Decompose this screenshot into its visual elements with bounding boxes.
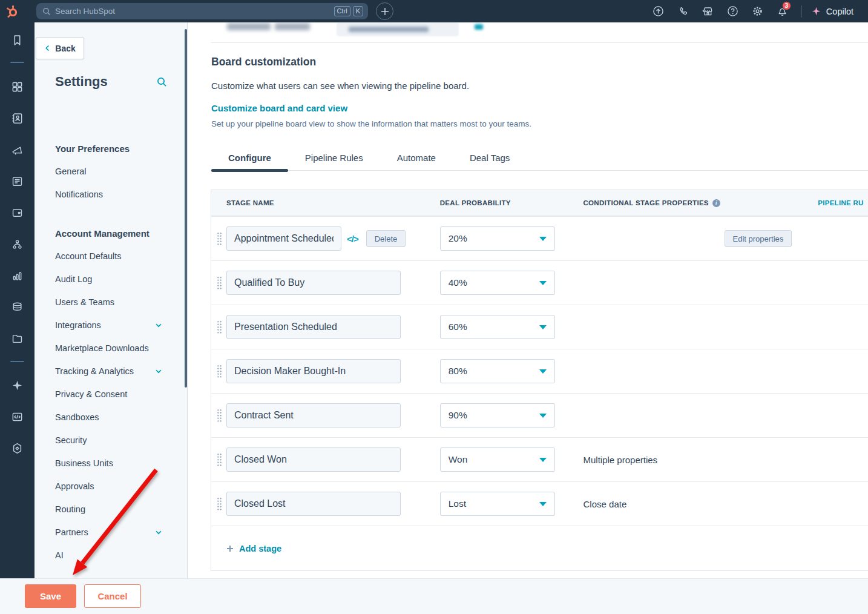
stage-name-input[interactable]	[226, 271, 401, 295]
add-stage-row[interactable]: Add stage	[211, 526, 868, 570]
add-stage-label[interactable]: Add stage	[239, 544, 281, 553]
code-icon[interactable]: </>	[347, 234, 358, 244]
probability-select[interactable]: Won	[440, 447, 555, 472]
board-customization-description: Customize what users can see when viewin…	[211, 81, 469, 91]
info-icon[interactable]: i	[712, 199, 720, 207]
nav-item-tracking-analytics[interactable]: Tracking & Analytics	[35, 360, 187, 383]
column-header-stage-name: STAGE NAME	[226, 199, 274, 206]
hubspot-logo[interactable]	[0, 0, 24, 22]
tab-pipeline-rules[interactable]: Pipeline Rules	[288, 145, 380, 170]
section-heading-preferences: Your Preferences	[35, 137, 187, 160]
global-search-bar[interactable]: Ctrl K	[36, 3, 368, 19]
probability-select[interactable]: Lost	[440, 492, 555, 516]
section-divider	[211, 42, 868, 43]
marketing-megaphone-icon[interactable]	[11, 144, 24, 156]
copilot-label: Copilot	[826, 7, 853, 16]
probability-select[interactable]: 20%	[440, 226, 555, 251]
commerce-wallet-icon[interactable]	[11, 206, 24, 219]
nav-item-partners[interactable]: Partners	[35, 521, 187, 544]
stage-row-contract-sent: 90%	[211, 393, 868, 437]
nav-item-notifications[interactable]: Notifications	[35, 183, 187, 206]
data-ops-hexagon-icon[interactable]	[11, 442, 24, 455]
delete-stage-button[interactable]: Delete	[366, 230, 406, 247]
help-button[interactable]	[720, 0, 745, 22]
drag-handle[interactable]	[217, 232, 222, 245]
nav-item-account-defaults[interactable]: Account Defaults	[35, 245, 187, 268]
stage-name-input[interactable]	[226, 359, 401, 383]
settings-title: Settings	[55, 74, 108, 90]
back-label: Back	[55, 44, 75, 53]
probability-select[interactable]: 60%	[440, 315, 555, 339]
crm-contacts-icon[interactable]	[11, 112, 24, 125]
tab-automate[interactable]: Automate	[380, 145, 453, 170]
library-folder-icon[interactable]	[11, 332, 24, 345]
drag-handle[interactable]	[217, 409, 222, 422]
probability-select[interactable]: 80%	[440, 359, 555, 383]
tab-configure[interactable]: Configure	[211, 145, 288, 170]
drag-handle[interactable]	[217, 276, 222, 289]
create-button[interactable]	[376, 2, 393, 20]
back-button[interactable]: Back	[36, 37, 84, 59]
settings-nav-list: Your Preferences General Notifications A…	[35, 114, 187, 567]
data-management-icon[interactable]	[11, 301, 24, 314]
stage-name-input[interactable]	[226, 315, 401, 339]
calling-button[interactable]	[671, 0, 695, 22]
stage-name-input[interactable]	[226, 492, 401, 516]
column-header-conditional-properties: CONDITIONAL STAGE PROPERTIES	[584, 199, 709, 206]
column-header-pipeline-rules[interactable]: PIPELINE RU	[818, 199, 864, 206]
probability-select[interactable]: 90%	[440, 403, 555, 427]
upgrade-button[interactable]	[646, 0, 671, 22]
breeze-sparkle-icon[interactable]	[11, 379, 24, 392]
stage-row-closed-lost: Lost Close date	[211, 481, 868, 526]
nav-item-marketplace-downloads[interactable]: Marketplace Downloads	[35, 337, 187, 360]
automations-icon[interactable]	[11, 238, 24, 251]
chevron-down-icon	[154, 321, 163, 329]
nav-item-business-units[interactable]: Business Units	[35, 452, 187, 475]
nav-item-integrations[interactable]: Integrations	[35, 314, 187, 337]
chevron-down-icon	[154, 367, 163, 375]
nav-item-users-teams[interactable]: Users & Teams	[35, 291, 187, 314]
customize-board-link[interactable]: Customize board and card view	[211, 103, 347, 113]
nav-item-privacy-consent[interactable]: Privacy & Consent	[35, 383, 187, 406]
nav-item-approvals[interactable]: Approvals	[35, 475, 187, 498]
settings-scrollbar[interactable]	[185, 29, 187, 388]
nav-item-ai[interactable]: AI	[35, 544, 187, 567]
reporting-chart-icon[interactable]	[11, 269, 24, 282]
workspace-grid-icon[interactable]	[11, 81, 24, 93]
nav-item-routing[interactable]: Routing	[35, 498, 187, 521]
board-customization-title: Board customization	[211, 56, 316, 68]
section-heading-account: Account Management	[35, 222, 187, 245]
edit-properties-button[interactable]: Edit properties	[725, 230, 792, 247]
upgrade-icon	[653, 5, 664, 17]
developer-code-icon[interactable]	[11, 411, 24, 423]
stage-name-input[interactable]	[226, 226, 341, 251]
copilot-button[interactable]: Copilot	[807, 6, 862, 16]
drag-handle[interactable]	[217, 497, 222, 510]
nav-item-sandboxes[interactable]: Sandboxes	[35, 406, 187, 429]
nav-item-security[interactable]: Security	[35, 429, 187, 452]
drag-handle[interactable]	[217, 365, 222, 378]
save-button[interactable]: Save	[25, 584, 76, 608]
gear-icon	[752, 5, 763, 17]
question-icon	[727, 5, 738, 17]
marketplace-icon	[702, 5, 714, 17]
settings-button[interactable]	[745, 0, 770, 22]
conditional-properties-value: Multiple properties	[584, 455, 658, 465]
content-icon[interactable]	[11, 175, 24, 188]
settings-search-icon[interactable]	[157, 77, 167, 87]
tab-deal-tags[interactable]: Deal Tags	[453, 145, 527, 170]
probability-select[interactable]: 40%	[440, 271, 555, 295]
nav-item-audit-log[interactable]: Audit Log	[35, 268, 187, 291]
stage-name-input[interactable]	[226, 447, 401, 472]
bookmarks-icon[interactable]	[11, 34, 24, 47]
cancel-button[interactable]: Cancel	[84, 584, 141, 608]
marketplace-button[interactable]	[695, 0, 720, 22]
search-input[interactable]	[55, 7, 332, 16]
drag-handle[interactable]	[217, 453, 222, 466]
tabs-bar: Configure Pipeline Rules Automate Deal T…	[211, 145, 868, 171]
hubspot-sprocket-icon	[5, 4, 19, 19]
nav-item-general[interactable]: General	[35, 160, 187, 183]
drag-handle[interactable]	[217, 320, 222, 334]
notifications-button[interactable]: 3	[770, 0, 795, 22]
stage-name-input[interactable]	[226, 403, 401, 427]
